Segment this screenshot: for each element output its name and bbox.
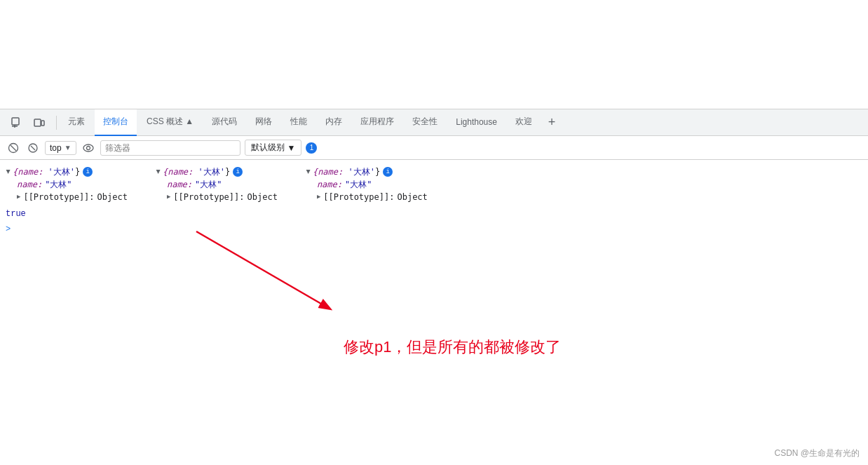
tab-console[interactable]: 控制台	[95, 109, 137, 136]
filter-input[interactable]	[100, 140, 240, 156]
expand-arrow-2[interactable]: ▶	[151, 170, 164, 174]
top-area	[0, 0, 868, 109]
log-level-selector[interactable]: 默认级别 ▼	[245, 140, 302, 156]
clear-console-button[interactable]	[6, 140, 21, 156]
proto-arrow-2[interactable]: ▶	[167, 191, 170, 203]
chevron-down-icon: ▼	[65, 144, 72, 151]
true-value-row: true	[0, 206, 868, 222]
level-chevron-icon: ▼	[287, 143, 296, 153]
console-prompt-row[interactable]: >	[0, 222, 868, 237]
tab-welcome[interactable]: 欢迎	[507, 109, 541, 136]
proto-arrow-3[interactable]: ▶	[317, 191, 320, 203]
filter-toggle-button[interactable]	[25, 140, 41, 156]
badge-dot: 1	[306, 142, 317, 154]
obj-1-info-icon[interactable]: i	[83, 167, 93, 177]
tab-sources[interactable]: 源代码	[203, 109, 245, 136]
tab-memory[interactable]: 内存	[317, 109, 351, 136]
devtools-icons	[3, 114, 53, 131]
console-prompt-icon: >	[6, 223, 11, 236]
tab-bar: 元素 控制台 CSS 概述 ▲ 源代码 网络 性能 内存 应用程序 安全性 Li…	[0, 109, 868, 136]
device-toolbar-icon[interactable]	[31, 114, 48, 131]
obj-1-proto-row: ▶ [[Prototype]]: Object	[6, 191, 128, 203]
object-1: ▶ {name: '大林' } i name: "大林" ▶ [[Prototy…	[6, 166, 128, 203]
context-selector[interactable]: top ▼	[45, 141, 76, 155]
live-expression-icon[interactable]	[81, 140, 96, 156]
svg-point-10	[86, 146, 90, 149]
inspect-element-icon[interactable]	[8, 114, 25, 131]
tab-css-overview[interactable]: CSS 概述 ▲	[138, 109, 202, 136]
tab-network[interactable]: 网络	[247, 109, 280, 136]
svg-rect-3	[34, 119, 41, 126]
object-3-header: ▶ {name: '大林' } i	[306, 166, 428, 178]
svg-point-9	[83, 144, 93, 151]
obj-2-proto-row: ▶ [[Prototype]]: Object	[156, 191, 278, 203]
message-count-badge: 1	[306, 142, 317, 154]
svg-rect-4	[41, 121, 44, 126]
expand-arrow-3[interactable]: ▶	[301, 170, 314, 174]
obj-3-proto-row: ▶ [[Prototype]]: Object	[306, 191, 428, 203]
true-value: true	[6, 208, 26, 220]
obj-1-close: }	[75, 166, 80, 178]
tab-elements[interactable]: 元素	[60, 109, 93, 136]
obj-1-name-row: name: "大林"	[6, 178, 128, 191]
console-toolbar: top ▼ 默认级别 ▼ 1	[0, 136, 868, 160]
annotation-text: 修改p1，但是所有的都被修改了	[344, 337, 561, 358]
tab-lighthouse[interactable]: Lighthouse	[447, 109, 506, 136]
svg-rect-0	[12, 118, 19, 125]
objects-row: ▶ {name: '大林' } i name: "大林" ▶ [[Prototy…	[0, 163, 868, 206]
obj-2-info-icon[interactable]: i	[233, 167, 243, 177]
object-1-header: ▶ {name: '大林' } i	[6, 166, 128, 178]
svg-line-6	[11, 145, 16, 151]
proto-arrow-1[interactable]: ▶	[17, 191, 20, 203]
tab-security[interactable]: 安全性	[404, 109, 446, 136]
devtools-panel: 元素 控制台 CSS 概述 ▲ 源代码 网络 性能 内存 应用程序 安全性 Li…	[0, 109, 868, 370]
obj-1-val: '大林'	[48, 166, 75, 178]
obj-3-name-row: name: "大林"	[306, 178, 428, 191]
expand-arrow-1[interactable]: ▶	[1, 170, 14, 174]
add-tab-button[interactable]: +	[542, 113, 562, 133]
svg-line-8	[31, 146, 35, 150]
tab-divider	[56, 116, 57, 130]
obj-1-key: {name:	[13, 166, 48, 178]
tab-application[interactable]: 应用程序	[352, 109, 402, 136]
object-2: ▶ {name: '大林' } i name: "大林" ▶ [[Prototy…	[156, 166, 278, 203]
tab-performance[interactable]: 性能	[282, 109, 316, 136]
obj-2-name-row: name: "大林"	[156, 178, 278, 191]
object-3: ▶ {name: '大林' } i name: "大林" ▶ [[Prototy…	[306, 166, 428, 203]
object-2-header: ▶ {name: '大林' } i	[156, 166, 278, 178]
watermark: CSDN @生命是有光的	[774, 447, 860, 459]
obj-3-info-icon[interactable]: i	[383, 167, 393, 177]
